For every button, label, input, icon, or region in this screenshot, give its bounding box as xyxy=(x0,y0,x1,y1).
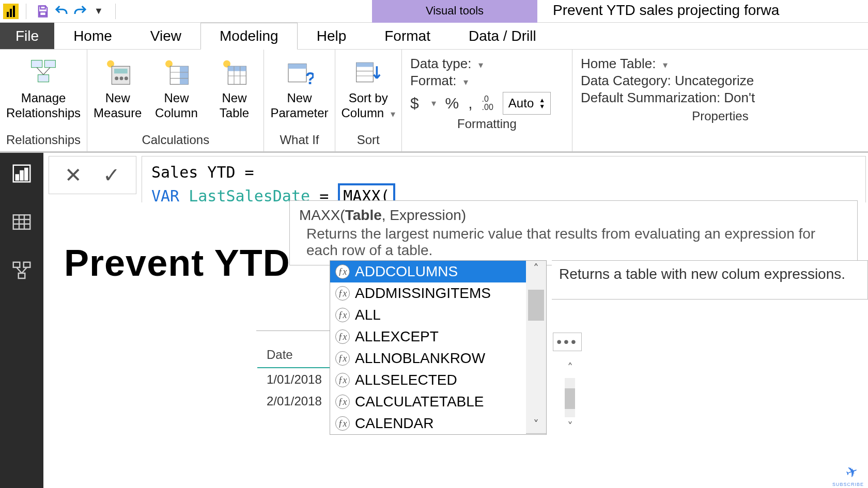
percent-button[interactable]: % xyxy=(445,95,459,112)
spinner[interactable]: ▲▼ xyxy=(539,97,545,109)
intellisense-item[interactable]: ƒxCALCULATETABLE xyxy=(330,391,546,413)
scroll-thumb[interactable] xyxy=(528,290,544,321)
tab-view[interactable]: View xyxy=(131,23,200,49)
save-button[interactable] xyxy=(34,2,52,21)
report-view-button[interactable] xyxy=(10,162,33,185)
data-type-dropdown[interactable]: Data type: ▾ xyxy=(410,56,564,72)
chevron-down-icon[interactable]: ▾ xyxy=(431,98,436,109)
visual-more-options-button[interactable]: ••• xyxy=(553,333,582,351)
intellisense-item[interactable]: ƒxALLSELECTED xyxy=(330,369,546,391)
intellisense-item[interactable]: ƒxADDMISSINGITEMS xyxy=(330,282,546,304)
app-icon xyxy=(3,4,19,19)
function-icon: ƒx xyxy=(335,286,350,301)
date-table-visual[interactable]: Date 1/01/2018 2/01/2018 xyxy=(256,330,339,413)
sort-by-column-button[interactable]: Sort byColumn ▾ xyxy=(342,54,395,121)
group-formatting: Data type: ▾ Format: ▾ $ ▾ % , .0.00 Aut… xyxy=(402,50,572,151)
button-label: ManageRelationships xyxy=(6,91,81,121)
file-tab[interactable]: File xyxy=(0,23,54,49)
redo-button[interactable] xyxy=(71,2,89,21)
intellisense-item[interactable]: ƒxALL xyxy=(330,304,546,326)
button-label: Sort byColumn ▾ xyxy=(342,91,395,121)
svg-rect-0 xyxy=(40,6,45,9)
decimal-places-input[interactable]: Auto ▲▼ xyxy=(503,92,551,115)
home-table-dropdown[interactable]: Home Table: ▾ xyxy=(581,56,860,72)
scroll-track[interactable] xyxy=(526,277,546,417)
svg-rect-25 xyxy=(288,64,306,69)
formula-commit-cancel: ✕ ✓ xyxy=(49,156,136,194)
svg-rect-35 xyxy=(13,215,30,229)
chevron-down-icon: ▾ xyxy=(391,109,395,119)
group-properties: Home Table: ▾ Data Category: Uncategoriz… xyxy=(572,50,868,151)
intellisense-item[interactable]: ƒxALLEXCEPT xyxy=(330,326,546,348)
group-label: Relationships xyxy=(6,131,81,150)
group-label: Formatting xyxy=(410,115,564,134)
cancel-formula-button[interactable]: ✕ xyxy=(65,163,82,187)
function-icon: ƒx xyxy=(335,308,350,322)
new-column-icon xyxy=(161,57,192,88)
data-category-dropdown[interactable]: Data Category: Uncategorize xyxy=(581,73,860,89)
format-dropdown[interactable]: Format: ▾ xyxy=(410,73,564,89)
visual-scrollbar[interactable]: ˄ ˅ xyxy=(562,361,578,434)
group-relationships: ManageRelationships Relationships xyxy=(0,50,87,151)
relationships-icon xyxy=(28,57,59,88)
scroll-track[interactable] xyxy=(565,378,575,417)
contextual-tab-visual-tools[interactable]: Visual tools xyxy=(372,0,537,23)
intellisense-description: Returns a table with new colum expressio… xyxy=(552,260,868,300)
group-calculations: NewMeasure NewColumn NewTable Calculatio… xyxy=(87,50,264,151)
svg-rect-2 xyxy=(32,60,42,68)
tab-help[interactable]: Help xyxy=(298,23,366,49)
tab-modeling[interactable]: Modeling xyxy=(200,23,298,50)
intellisense-item[interactable]: ƒxCALENDAR xyxy=(330,413,546,434)
new-table-button[interactable]: NewTable xyxy=(211,54,257,121)
new-parameter-button[interactable]: ? NewParameter xyxy=(270,54,328,121)
svg-point-10 xyxy=(115,76,118,80)
svg-rect-40 xyxy=(13,262,20,267)
separator xyxy=(115,4,116,19)
function-icon: ƒx xyxy=(335,416,350,431)
svg-rect-1 xyxy=(40,12,46,15)
scroll-down-icon[interactable]: ˅ xyxy=(567,420,573,434)
new-column-button[interactable]: NewColumn xyxy=(153,54,199,121)
tab-data-drill[interactable]: Data / Drill xyxy=(450,23,555,49)
button-label: NewColumn xyxy=(155,91,198,121)
intellisense-item[interactable]: ƒxALLNOBLANKROW xyxy=(330,348,546,369)
function-icon: ƒx xyxy=(335,329,350,344)
svg-rect-41 xyxy=(24,262,30,267)
svg-rect-28 xyxy=(356,62,373,67)
scroll-up-icon[interactable]: ˄ xyxy=(567,361,573,375)
column-header[interactable]: Date xyxy=(257,332,338,368)
svg-rect-34 xyxy=(25,168,27,180)
intellisense-scrollbar[interactable]: ˄ ˅ xyxy=(526,260,547,434)
scroll-down-icon[interactable]: ˅ xyxy=(526,417,546,433)
svg-line-44 xyxy=(22,267,27,273)
svg-line-43 xyxy=(17,267,22,273)
scroll-thumb[interactable] xyxy=(565,388,575,409)
button-label: NewParameter xyxy=(270,91,328,121)
button-label: NewMeasure xyxy=(94,91,142,121)
intellisense-item[interactable]: ƒxADDCOLUMNS xyxy=(330,261,546,282)
qat-customize-dropdown[interactable]: ▼ xyxy=(89,2,108,21)
new-measure-button[interactable]: NewMeasure xyxy=(94,54,142,121)
function-signature-tooltip: MAXX(Table, Expression) Returns the larg… xyxy=(289,200,858,265)
default-summarization-dropdown[interactable]: Default Summarization: Don't xyxy=(581,90,860,106)
new-table-icon xyxy=(219,57,250,88)
tab-format[interactable]: Format xyxy=(365,23,450,49)
currency-button[interactable]: $ xyxy=(410,95,419,112)
chevron-down-icon: ▾ xyxy=(478,60,483,70)
chevron-down-icon: ▾ xyxy=(463,77,468,87)
thousands-separator-button[interactable]: , xyxy=(468,95,472,112)
commit-formula-button[interactable]: ✓ xyxy=(103,163,120,187)
manage-relationships-button[interactable]: ManageRelationships xyxy=(6,54,81,121)
group-whatif: ? NewParameter What If xyxy=(264,50,335,151)
function-icon: ƒx xyxy=(335,351,350,366)
model-view-button[interactable] xyxy=(10,259,33,282)
sort-icon xyxy=(353,57,384,88)
chevron-down-icon: ▾ xyxy=(663,60,668,70)
undo-button[interactable] xyxy=(52,2,71,21)
view-rail xyxy=(0,153,43,488)
scroll-up-icon[interactable]: ˄ xyxy=(526,261,546,277)
separator xyxy=(26,4,26,19)
data-view-button[interactable] xyxy=(10,211,33,233)
intellisense-list[interactable]: ƒxADDCOLUMNS ƒxADDMISSINGITEMS ƒxALL ƒxA… xyxy=(330,260,547,435)
tab-home[interactable]: Home xyxy=(54,23,131,49)
